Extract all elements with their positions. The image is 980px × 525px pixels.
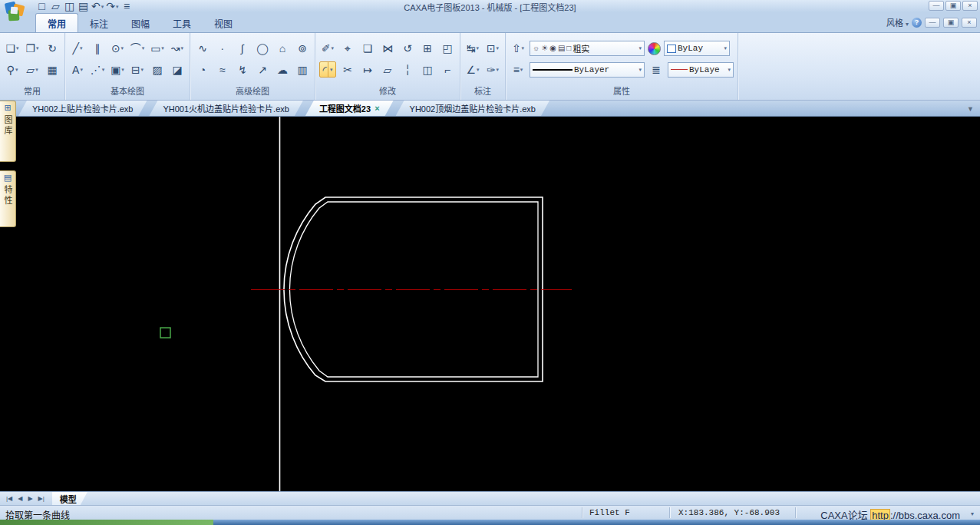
scale-icon[interactable]: ◰	[439, 41, 456, 57]
corner-join-icon[interactable]: ⌐	[439, 61, 456, 78]
tab-sheet[interactable]: 图幅	[120, 14, 161, 32]
arc-dropdown-icon[interactable]: ▾	[142, 45, 145, 51]
text-dropdown-icon[interactable]: ▾	[80, 67, 83, 73]
tolerance-dropdown-icon[interactable]: ▾	[497, 45, 500, 51]
doc-tab-2[interactable]: YH001火机边盖贴片检验卡片.exb	[149, 101, 302, 116]
block-dropdown-icon[interactable]: ▾	[121, 67, 124, 73]
snap-dropdown-icon[interactable]: ▾	[971, 510, 974, 517]
explode-icon[interactable]: ◫	[419, 61, 436, 78]
pan-view-icon[interactable]: ▱▾	[24, 61, 41, 78]
sidebar-tab-library[interactable]: ⊞ 图库	[0, 101, 16, 162]
tab-common[interactable]: 常用	[35, 13, 78, 32]
color-wheel-icon[interactable]	[648, 42, 661, 55]
model-sheet-tab[interactable]: 模型	[52, 492, 87, 505]
trim-icon[interactable]: ✂	[339, 61, 356, 78]
hatch-icon[interactable]: ▨	[149, 61, 166, 78]
break-icon[interactable]: ╎	[399, 61, 416, 78]
dimension-edit-dropdown-icon[interactable]: ▾	[497, 67, 500, 73]
minimize-icon[interactable]: —	[929, 1, 944, 11]
dimension-icon[interactable]: ↹▾	[464, 41, 481, 57]
zoom-icon[interactable]: ⚲▾	[4, 61, 21, 78]
redo-dropdown-icon[interactable]: ▾	[116, 1, 119, 12]
rotate-icon[interactable]: ↺	[399, 41, 416, 57]
polyline-dropdown-icon[interactable]: ▾	[181, 45, 184, 51]
dimension-edit-icon[interactable]: ✑▾	[484, 61, 501, 78]
copy-icon[interactable]: ❏▾	[4, 41, 21, 57]
new-icon[interactable]: □	[35, 1, 48, 12]
sidebar-tab-properties[interactable]: ▤ 特性	[0, 170, 16, 227]
profile-icon[interactable]: ◪	[169, 61, 186, 78]
mirror-icon[interactable]: ⋈	[379, 41, 396, 57]
display-window-icon[interactable]: ▦	[44, 61, 61, 78]
save-icon[interactable]: ◫	[63, 1, 76, 12]
arrow-icon[interactable]: ↗	[254, 61, 271, 78]
print-icon[interactable]: ▤	[77, 1, 90, 12]
regenerate-icon[interactable]: ↻	[44, 41, 61, 57]
line-icon[interactable]: ╱▾	[69, 41, 86, 57]
curve-fit-icon[interactable]: ⊚	[294, 41, 311, 57]
centerline-icon[interactable]: ⋰▾	[89, 61, 106, 78]
rectangle-icon[interactable]: ▭▾	[149, 41, 166, 57]
fillet-dropdown-icon[interactable]: ▾	[328, 62, 333, 77]
stretch-icon[interactable]: ▱	[379, 61, 396, 78]
formula-curve-icon[interactable]: ∫	[234, 41, 251, 57]
qat-customize-icon[interactable]: ≡	[120, 1, 134, 12]
drawing-canvas[interactable]	[0, 117, 980, 491]
parallel-line-icon[interactable]: ∥	[89, 41, 106, 57]
erase-dropdown-icon[interactable]: ▾	[332, 45, 335, 51]
help-icon[interactable]: ?	[912, 18, 922, 28]
doc-close-icon[interactable]: ×	[962, 18, 977, 28]
chevron-down-icon[interactable]: ▾	[728, 67, 731, 73]
hole-shaft-icon[interactable]: ⊟▾	[129, 61, 146, 78]
tab-dimension[interactable]: 标注	[78, 14, 120, 32]
paste-icon[interactable]: ❐▾	[24, 41, 41, 57]
shaft-icon[interactable]: ▥	[294, 61, 311, 78]
line-dropdown-icon[interactable]: ▾	[80, 45, 83, 51]
ellipse-icon[interactable]: ◯	[254, 41, 271, 57]
detail-view-icon[interactable]: ◔	[194, 61, 211, 78]
circle-icon[interactable]: ⊙▾	[109, 41, 126, 57]
last-sheet-icon[interactable]: ▶|	[38, 495, 45, 502]
chevron-down-icon[interactable]: ▾	[638, 67, 642, 73]
open-icon[interactable]: ▱	[49, 1, 62, 12]
doc-restore-icon[interactable]: ▣	[943, 18, 959, 28]
point-icon[interactable]: ∙	[214, 41, 231, 57]
doc-tab-1[interactable]: YH002上贴片检验卡片.exb	[18, 101, 147, 116]
rectangle-dropdown-icon[interactable]: ▾	[161, 45, 164, 51]
move-icon[interactable]: ⌖	[339, 41, 356, 57]
array-icon[interactable]: ⊞	[419, 41, 436, 57]
block-icon[interactable]: ▣▾	[109, 61, 126, 78]
dimension-dropdown-icon[interactable]: ▾	[477, 45, 480, 51]
chevron-down-icon[interactable]: ▾	[638, 45, 642, 51]
arc-icon[interactable]: ⌒▾	[129, 41, 146, 57]
coordinate-dimension-dropdown-icon[interactable]: ▾	[477, 67, 480, 73]
tab-tools[interactable]: 工具	[161, 14, 203, 32]
next-sheet-icon[interactable]: ▶	[28, 495, 32, 502]
doc-tab-active[interactable]: 工程图文档23 ×	[305, 101, 394, 116]
style-button[interactable]: 风格 ▾	[886, 16, 909, 28]
spline-icon[interactable]: ∿	[194, 41, 211, 57]
doc-tab-4[interactable]: YH002顶烟边盖贴片检验卡片.exb	[396, 101, 549, 116]
tab-list-dropdown-icon[interactable]: ▼	[967, 105, 974, 113]
polyline-icon[interactable]: ↝▾	[169, 41, 186, 57]
undo-icon[interactable]: ↶▾	[91, 1, 104, 12]
layer-select[interactable]: ☼ ☀ ◉ ▤ □ 粗实 ▾	[530, 41, 645, 56]
first-sheet-icon[interactable]: |◀	[6, 495, 12, 502]
extend-icon[interactable]: ↦	[359, 61, 376, 78]
pan-view-dropdown-icon[interactable]: ▾	[35, 67, 38, 73]
close-icon[interactable]: ×	[962, 1, 978, 11]
taskbar-start-area[interactable]	[0, 520, 213, 525]
tab-close-icon[interactable]: ×	[375, 104, 379, 113]
polygon-icon[interactable]: ⌂	[274, 41, 291, 57]
tolerance-icon[interactable]: ⊡▾	[484, 41, 501, 57]
coordinate-dimension-icon[interactable]: ∠▾	[464, 61, 481, 78]
prev-sheet-icon[interactable]: ◀	[18, 495, 22, 502]
undo-dropdown-icon[interactable]: ▾	[101, 1, 104, 12]
linewidth-list-icon[interactable]: ≣	[648, 61, 665, 78]
circle-dropdown-icon[interactable]: ▾	[121, 45, 124, 51]
centerline-dropdown-icon[interactable]: ▾	[102, 67, 105, 73]
chevron-down-icon[interactable]: ▾	[724, 45, 727, 51]
line-width-icon[interactable]: ≡▾	[510, 61, 526, 78]
erase-icon[interactable]: ✐▾	[319, 41, 336, 57]
wavy-line-icon[interactable]: ≈	[214, 61, 231, 78]
